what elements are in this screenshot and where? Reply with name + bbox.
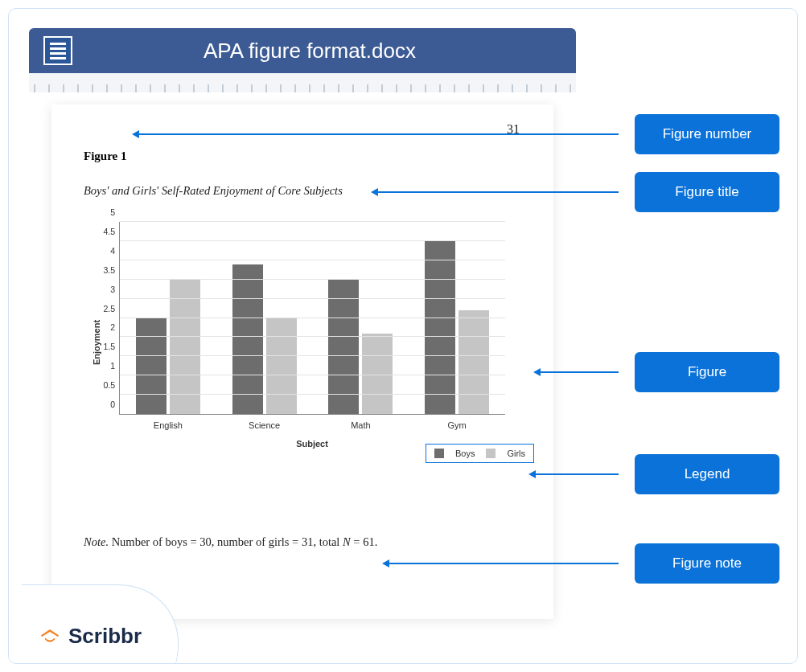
y-tick-label: 4 bbox=[110, 246, 115, 256]
bar-group: English bbox=[120, 222, 216, 414]
chart-plot-area: EnglishScienceMathGym 00.511.522.533.544… bbox=[119, 222, 505, 415]
bar bbox=[362, 334, 393, 414]
arrow-head-icon bbox=[528, 470, 536, 478]
y-tick-label: 0.5 bbox=[103, 380, 115, 390]
figure-number-label: Figure 1 bbox=[84, 150, 521, 163]
legend-swatch-girls bbox=[486, 449, 496, 458]
bar bbox=[232, 264, 263, 414]
bar-group: Gym bbox=[409, 222, 505, 414]
figure-chart: Enjoyment EnglishScienceMathGym 00.511.5… bbox=[84, 222, 518, 463]
document-page: 31 Figure 1 Boys' and Girls' Self-Rated … bbox=[51, 104, 553, 619]
arrow-head-icon bbox=[382, 559, 389, 568]
callout-figure-title: Figure title bbox=[635, 172, 779, 212]
x-tick-label: English bbox=[154, 420, 183, 430]
arrow-head-icon bbox=[371, 188, 378, 196]
arrow-line bbox=[540, 371, 619, 373]
figure-note-text-2: = 61. bbox=[351, 535, 378, 548]
scribbr-logo: Scribbr bbox=[38, 624, 142, 649]
word-ruler bbox=[29, 73, 576, 92]
y-tick-label: 4.5 bbox=[103, 227, 115, 236]
y-tick-label: 3.5 bbox=[103, 265, 115, 275]
x-tick-label: Science bbox=[249, 420, 280, 430]
scribbr-logo-icon bbox=[38, 625, 62, 649]
x-tick-label: Math bbox=[351, 420, 370, 430]
figure-note-label: Note. bbox=[84, 535, 109, 548]
scribbr-logo-text: Scribbr bbox=[68, 624, 142, 649]
arrow-line bbox=[535, 473, 619, 475]
legend-label-girls: Girls bbox=[507, 449, 525, 458]
chart-legend: Boys Girls bbox=[426, 444, 534, 463]
callout-figure-note: Figure note bbox=[635, 543, 779, 584]
callout-legend: Legend bbox=[635, 454, 779, 494]
y-tick-label: 3 bbox=[110, 285, 115, 294]
x-tick-label: Gym bbox=[448, 420, 467, 430]
y-tick-label: 5 bbox=[110, 207, 115, 217]
legend-swatch-boys bbox=[434, 449, 444, 458]
bar-group: Math bbox=[313, 222, 409, 414]
bar bbox=[136, 318, 167, 415]
legend-label-boys: Boys bbox=[455, 449, 475, 458]
chart-bars: EnglishScienceMathGym bbox=[120, 222, 505, 414]
bar bbox=[459, 310, 489, 414]
figure-note-N: N bbox=[343, 535, 351, 548]
bar bbox=[266, 318, 297, 415]
y-tick-label: 1.5 bbox=[103, 342, 115, 351]
callout-figure: Figure bbox=[635, 352, 779, 392]
y-axis-label: Enjoyment bbox=[92, 320, 101, 365]
diagram-card: APA figure format.docx 31 Figure 1 Boys'… bbox=[8, 8, 798, 664]
callout-figure-number: Figure number bbox=[635, 114, 779, 154]
word-titlebar: APA figure format.docx bbox=[29, 28, 576, 73]
bar-group: Science bbox=[216, 222, 313, 414]
arrow-head-icon bbox=[533, 368, 541, 376]
arrow-line bbox=[377, 191, 619, 193]
bar bbox=[425, 241, 455, 414]
document-filename: APA figure format.docx bbox=[43, 39, 576, 64]
arrow-head-icon bbox=[132, 130, 139, 138]
arrow-line bbox=[138, 133, 619, 135]
figure-note: Note. Number of boys = 30, number of gir… bbox=[84, 535, 521, 549]
y-tick-label: 2 bbox=[110, 322, 115, 332]
y-tick-label: 2.5 bbox=[103, 304, 115, 313]
figure-note-text-1: Number of boys = 30, number of girls = 3… bbox=[109, 535, 343, 548]
y-tick-label: 0 bbox=[110, 400, 115, 409]
y-tick-label: 1 bbox=[110, 361, 115, 371]
arrow-line bbox=[389, 563, 619, 564]
